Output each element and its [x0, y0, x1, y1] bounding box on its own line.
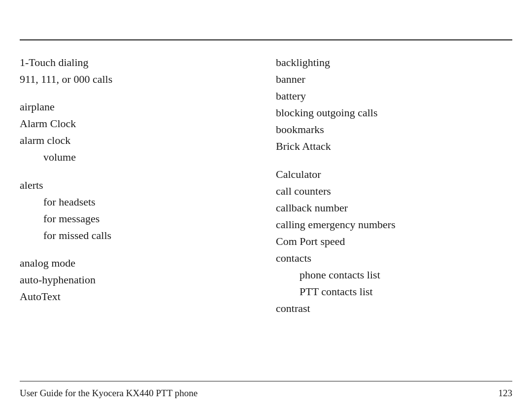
list-item: for missed calls: [20, 227, 256, 244]
list-item: alerts: [20, 177, 256, 194]
list-item: blocking outgoing calls: [276, 104, 512, 121]
list-item: volume: [20, 149, 256, 166]
bottom-border: [20, 381, 512, 381]
main-content: 1-Touch dialing911, 111, or 000 callsair…: [20, 54, 512, 372]
right-column: backlightingbannerbatteryblocking outgoi…: [266, 54, 512, 372]
list-item: callback number: [276, 200, 512, 216]
list-item: 1-Touch dialing: [20, 54, 256, 71]
list-item: PTT contacts list: [276, 283, 512, 300]
list-item: for headsets: [20, 194, 256, 210]
list-item: Brick Attack: [276, 138, 512, 155]
list-item: backlighting: [276, 54, 512, 71]
list-item: for messages: [20, 210, 256, 227]
list-item: 911, 111, or 000 calls: [20, 71, 256, 88]
list-item: calling emergency numbers: [276, 216, 512, 233]
list-item: AutoText: [20, 288, 256, 305]
list-item: battery: [276, 88, 512, 104]
list-item: Com Port speed: [276, 233, 512, 250]
footer-right: 123: [499, 388, 513, 399]
list-item: bookmarks: [276, 121, 512, 138]
list-item: phone contacts list: [276, 267, 512, 283]
list-item: auto-hyphenation: [20, 272, 256, 288]
footer: User Guide for the Kyocera KX440 PTT pho…: [20, 388, 512, 399]
footer-left: User Guide for the Kyocera KX440 PTT pho…: [20, 388, 198, 399]
list-item: analog mode: [20, 255, 256, 272]
left-column: 1-Touch dialing911, 111, or 000 callsair…: [20, 54, 266, 372]
list-item: contrast: [276, 300, 512, 317]
list-item: alarm clock: [20, 132, 256, 149]
list-item: call counters: [276, 183, 512, 200]
list-item: Calculator: [276, 166, 512, 183]
list-item: banner: [276, 71, 512, 88]
top-border: [20, 39, 512, 40]
list-item: contacts: [276, 250, 512, 267]
list-item: airplane: [20, 99, 256, 115]
list-item: Alarm Clock: [20, 115, 256, 132]
